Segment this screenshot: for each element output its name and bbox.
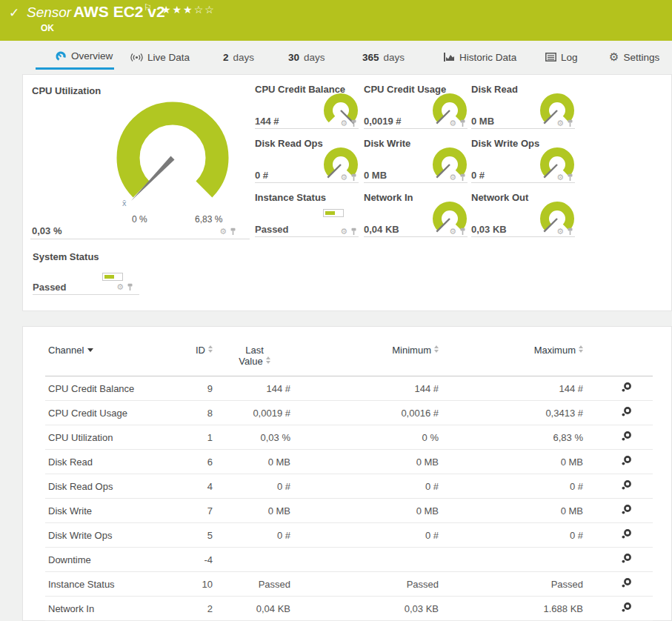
tab-overview-label: Overview — [71, 50, 113, 62]
channel-gear-icon[interactable]: ⚙ — [449, 228, 456, 236]
tab-2-days[interactable]: 2 days — [223, 44, 254, 70]
tab-30-days-number: 30 — [288, 52, 299, 63]
channel-settings-gear-icon[interactable] — [621, 602, 632, 613]
channel-settings-gear-icon[interactable] — [621, 382, 632, 393]
tab-overview[interactable]: Overview — [36, 44, 114, 70]
cell-maximum: 6,83 % — [442, 425, 586, 450]
channel-gear-icon[interactable]: ⚙ — [449, 119, 456, 127]
sort-arrows-icon — [208, 345, 213, 353]
sensor-header: ✓ Sensor AWS EC2 v2 ⚐ ★★★☆☆ OK — [0, 0, 672, 41]
table-row[interactable]: Downtime -4 — [45, 548, 653, 572]
pin-icon[interactable] — [230, 228, 236, 236]
gauge-title: CPU Utilization — [32, 85, 101, 96]
channel-gear-icon[interactable]: ⚙ — [556, 119, 564, 127]
pin-icon[interactable] — [350, 173, 357, 182]
channel-gear-icon[interactable]: ⚙ — [340, 228, 347, 236]
column-header-id[interactable]: ID — [175, 340, 216, 376]
cell-id: -4 — [175, 548, 216, 572]
channel-settings-gear-icon[interactable] — [621, 479, 632, 491]
tab-365-days[interactable]: 365 days — [362, 44, 405, 70]
gauge-tile-disk-read-ops: Disk Read Ops 0 # ⚙ — [255, 138, 359, 183]
table-row[interactable]: Disk Read Ops 4 0 # 0 # 0 # — [45, 474, 653, 499]
pin-icon[interactable] — [127, 283, 133, 291]
pin-icon[interactable] — [459, 173, 466, 182]
cell-id: 2 — [175, 597, 216, 621]
channel-gear-icon[interactable]: ⚙ — [116, 283, 124, 291]
cell-channel[interactable]: CPU Utilization — [45, 425, 175, 450]
pin-icon[interactable] — [350, 228, 357, 236]
column-header-minimum[interactable]: Minimum — [293, 340, 442, 376]
pin-icon[interactable] — [459, 228, 466, 236]
cell-channel[interactable]: Downtime — [45, 548, 175, 572]
table-row[interactable]: Disk Read 6 0 MB 0 MB 0 MB — [45, 450, 653, 474]
cell-id: 1 — [175, 425, 216, 450]
table-row[interactable]: CPU Utilization 1 0,03 % 0 % 6,83 % — [45, 425, 653, 450]
cell-id: 10 — [175, 572, 216, 597]
channel-gear-icon[interactable]: ⚙ — [556, 173, 564, 182]
column-header-channel[interactable]: Channel — [45, 340, 175, 376]
column-label: ID — [196, 345, 205, 356]
channel-settings-gear-icon[interactable] — [621, 455, 632, 466]
status-indicator — [102, 273, 123, 281]
gauge-tile-system-status: System Status Passed ⚙ — [33, 251, 139, 295]
tab-live-data-label: Live Data — [147, 52, 190, 63]
channel-settings-gear-icon[interactable] — [621, 528, 632, 539]
gauge-tile-instance-status: Instance Status Passed ⚙ — [255, 192, 359, 237]
pin-icon[interactable] — [567, 173, 573, 182]
cell-channel[interactable]: Disk Read Ops — [45, 474, 175, 499]
cell-channel[interactable]: Disk Write Ops — [45, 523, 175, 548]
channel-gear-icon[interactable]: ⚙ — [449, 173, 456, 182]
channel-gear-icon[interactable]: ⚙ — [340, 173, 347, 182]
column-header-last-value[interactable]: Last Value — [216, 340, 293, 376]
pin-icon[interactable] — [567, 119, 573, 127]
cell-channel[interactable]: CPU Credit Balance — [45, 376, 175, 401]
table-row[interactable]: Disk Write 7 0 MB 0 MB 0 MB — [45, 499, 653, 523]
channel-settings-gear-icon[interactable] — [621, 406, 632, 417]
pin-icon[interactable] — [567, 228, 573, 236]
pin-icon[interactable] — [459, 119, 466, 127]
tab-historic-data[interactable]: Historic Data — [444, 44, 516, 70]
cell-channel[interactable]: CPU Credit Usage — [45, 401, 175, 425]
table-row[interactable]: Disk Write Ops 5 0 # 0 # 0 # — [45, 523, 653, 548]
historic-chart-icon — [444, 53, 455, 62]
cell-last-value: Passed — [216, 572, 293, 597]
cell-minimum: 144 # — [293, 376, 442, 401]
channel-settings-gear-icon[interactable] — [621, 553, 632, 564]
channel-gear-icon[interactable]: ⚙ — [340, 119, 347, 127]
tab-30-days[interactable]: 30 days — [288, 44, 325, 70]
cell-maximum: 0,3413 # — [442, 401, 586, 425]
mean-marker: x̄ — [122, 199, 127, 207]
cell-channel[interactable]: Disk Read — [45, 450, 175, 474]
channel-settings-gear-icon[interactable] — [621, 504, 632, 515]
channel-settings-gear-icon[interactable] — [621, 577, 632, 588]
table-row[interactable]: CPU Credit Balance 9 144 # 144 # 144 # — [45, 376, 653, 401]
pin-icon[interactable] — [350, 119, 357, 127]
channel-gear-icon[interactable]: ⚙ — [556, 228, 564, 236]
channel-gear-icon[interactable]: ⚙ — [219, 228, 227, 236]
cell-last-value: 0 MB — [216, 450, 293, 474]
gauge-title: Disk Read — [471, 84, 518, 95]
cell-last-value: 0 # — [216, 523, 293, 548]
cell-channel[interactable]: Instance Status — [45, 572, 175, 597]
tab-settings[interactable]: ⚙ Settings — [609, 44, 659, 70]
flag-icon[interactable]: ⚐ — [144, 2, 152, 13]
column-header-maximum[interactable]: Maximum — [442, 340, 586, 376]
tab-historic-data-label: Historic Data — [459, 52, 516, 63]
cell-last-value: 144 # — [216, 376, 293, 401]
table-row[interactable]: CPU Credit Usage 8 0,0019 # 0,0016 # 0,3… — [45, 401, 653, 425]
priority-stars[interactable]: ★★★☆☆ — [162, 4, 216, 16]
gauge-value: 0,04 KB — [364, 224, 399, 235]
channel-settings-gear-icon[interactable] — [621, 431, 632, 442]
tab-log-label: Log — [561, 52, 578, 63]
table-row[interactable]: Instance Status 10 Passed Passed Passed — [45, 572, 653, 597]
table-row[interactable]: Network In 2 0,04 KB 0,03 KB 1.688 KB — [45, 597, 653, 621]
tab-live-data[interactable]: Live Data — [130, 44, 190, 70]
cell-maximum: 0 MB — [442, 499, 586, 523]
sensor-type-label: Sensor — [27, 4, 71, 21]
tab-log[interactable]: Log — [545, 44, 578, 70]
settings-gear-icon: ⚙ — [609, 50, 619, 64]
cell-channel[interactable]: Disk Write — [45, 499, 175, 523]
cell-channel[interactable]: Network In — [45, 597, 175, 621]
gauge-value: 0,03 % — [32, 225, 61, 236]
tab-30-days-word: days — [304, 52, 325, 63]
